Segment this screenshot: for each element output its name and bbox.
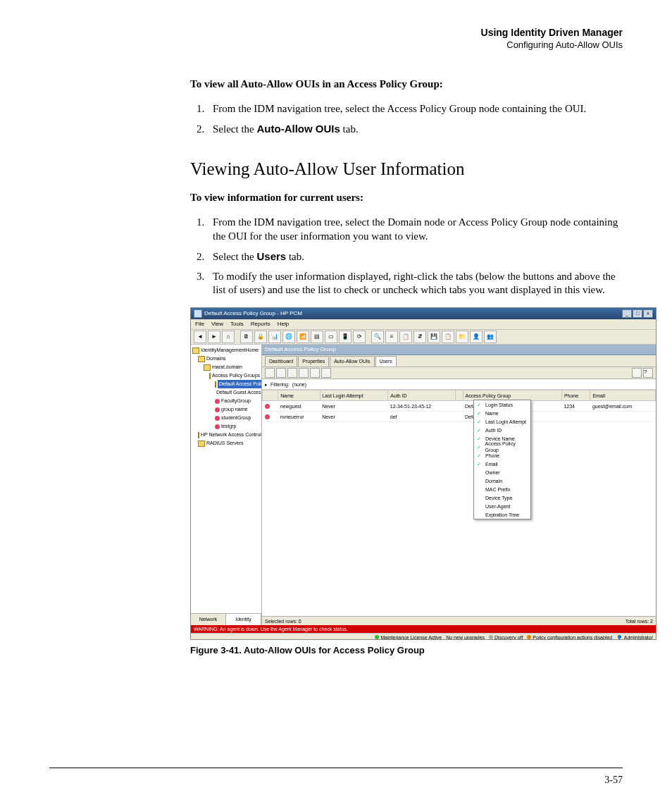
context-menu-item[interactable]: ✓Name — [474, 409, 530, 417]
navtab-network[interactable]: Network — [191, 614, 226, 625]
running-title: Using Identity Driven Manager — [481, 27, 623, 39]
section2-step-2: Select the Users tab. — [207, 250, 623, 264]
section2-heading: Viewing Auto-Allow User Information — [190, 157, 623, 180]
tree-node[interactable]: Default Guest Access Po — [192, 388, 260, 397]
context-menu-item[interactable]: Owner — [474, 468, 530, 476]
tree-node[interactable]: group name — [192, 405, 260, 414]
context-menu-item[interactable]: ✓Access Policy Group — [474, 443, 530, 451]
subtoolbar — [265, 368, 331, 378]
sub-btn-4[interactable] — [299, 368, 309, 378]
figure-caption: Figure 3-41. Auto-Allow OUIs for Access … — [190, 644, 623, 656]
back-button[interactable]: ◄ — [194, 331, 206, 343]
filter-value: (none) — [292, 381, 306, 388]
column-context-menu[interactable]: ✓Login Status✓Name✓Last Login Attempt✓Au… — [473, 400, 531, 519]
menubar: File View Tools Reports Help — [191, 319, 656, 330]
users-grid[interactable]: NameLast Login AttemptAuth IDAccess Poli… — [262, 390, 656, 422]
warning-bar: WARNING: An agent is down. Use the Agent… — [191, 625, 656, 633]
menu-file[interactable]: File — [195, 321, 204, 328]
main-tabs: Dashboard Properties Auto-Allow OUIs Use… — [262, 355, 656, 367]
context-menu-item[interactable]: ✓Login Status — [474, 400, 530, 409]
context-menu-item[interactable]: Expiration Time — [474, 510, 530, 519]
save-icon[interactable]: 💾 — [428, 331, 440, 343]
context-menu-item[interactable]: ✓Last Login Attempt — [474, 417, 530, 426]
column-header[interactable]: Auth ID — [388, 390, 456, 401]
section1-step-2: Select the Auto-Allow OUIs tab. — [207, 122, 623, 137]
section1-step-1: From the IDM navigation tree, select the… — [207, 102, 623, 116]
home-button[interactable]: ⌂ — [222, 331, 235, 343]
column-header[interactable] — [263, 390, 278, 401]
tab-users[interactable]: Users — [375, 356, 397, 366]
tree-node[interactable]: marat.domain — [192, 363, 260, 371]
page-icon[interactable]: ▤ — [311, 331, 323, 343]
lock-icon[interactable]: 🔒 — [254, 331, 267, 343]
minimize-button[interactable]: _ — [622, 309, 632, 318]
tree-node[interactable]: testgrp — [192, 422, 260, 431]
context-menu-item[interactable]: ✓Email — [474, 460, 530, 468]
section2-step-1: From the IDM navigation tree, select the… — [207, 216, 623, 244]
app-icon — [194, 309, 202, 318]
status-bar: Maintenance License Active No new upgrad… — [191, 633, 656, 640]
tree-node[interactable]: studentGroup — [192, 414, 260, 422]
menu-reports[interactable]: Reports — [251, 321, 270, 328]
navtab-identity[interactable]: Identity — [226, 614, 261, 625]
folder-icon[interactable]: 📁 — [456, 331, 468, 343]
context-menu-item[interactable]: ✓Auth ID — [474, 426, 530, 434]
tree-node[interactable]: RADIUS Servers — [192, 439, 260, 448]
mobile-icon[interactable]: 📱 — [339, 331, 351, 343]
filter-row[interactable]: ▸ Filtering: (none) — [262, 379, 656, 390]
window-titlebar[interactable]: Default Access Policy Group - HP PCM _ □… — [191, 308, 656, 319]
tree-node[interactable]: FacultyGroup — [192, 397, 260, 405]
menu-tools[interactable]: Tools — [230, 321, 244, 328]
context-menu-item[interactable]: Domain — [474, 476, 530, 485]
sub-btn-5[interactable] — [310, 368, 320, 378]
tree-node[interactable]: Access Policy Groups — [192, 371, 260, 380]
tree-node[interactable]: HP Network Access Control — [192, 431, 260, 439]
maximize-button[interactable]: □ — [633, 309, 642, 318]
section2-steps: From the IDM navigation tree, select the… — [190, 216, 623, 297]
sub-btn-1[interactable] — [265, 368, 275, 378]
context-menu-item[interactable]: MAC Prefix — [474, 485, 530, 493]
table-row[interactable]: newguestNever12-34-51-23-45-12Default Ac… — [263, 401, 656, 412]
column-header[interactable]: Name — [278, 390, 320, 401]
chart-icon[interactable]: 📊 — [268, 331, 281, 343]
menu-view[interactable]: View — [211, 321, 223, 328]
filter-label: Filtering: — [270, 381, 290, 388]
column-header[interactable]: Email — [590, 390, 656, 401]
globe-icon[interactable]: 🌐 — [282, 331, 295, 343]
help-icon[interactable]: ? — [643, 368, 653, 378]
users-icon[interactable]: 👥 — [484, 331, 497, 343]
sub-btn-6[interactable] — [321, 368, 331, 378]
clip-icon[interactable]: 📋 — [399, 331, 412, 343]
device-icon[interactable]: ▭ — [325, 331, 337, 343]
running-subtitle: Configuring Auto-Allow OUIs — [481, 39, 623, 51]
tree-node[interactable]: Default Access Policy — [192, 380, 260, 388]
wifi-icon[interactable]: 📶 — [297, 331, 309, 343]
column-header[interactable]: Phone — [561, 390, 590, 401]
tree-node[interactable]: IdentityManagementHome — [192, 346, 260, 355]
column-header[interactable] — [456, 390, 463, 401]
context-menu-item[interactable]: Device Type — [474, 493, 530, 502]
export-icon[interactable] — [632, 368, 642, 378]
table-row[interactable]: nvneuerrorNeverdefDefault Access Policy … — [263, 412, 656, 422]
tab-properties[interactable]: Properties — [298, 356, 329, 366]
forward-button[interactable]: ► — [208, 331, 220, 343]
arrows-icon[interactable]: ⇵ — [413, 331, 426, 343]
db-icon[interactable]: ≡ — [385, 331, 398, 343]
nav-tree[interactable]: IdentityManagementHomeDomainsmarat.domai… — [191, 345, 261, 613]
page-number: 3-57 — [604, 775, 623, 786]
search-icon[interactable]: 🔍 — [371, 331, 384, 343]
column-header[interactable]: Last Login Attempt — [320, 390, 388, 401]
sub-btn-2[interactable] — [276, 368, 286, 378]
note-icon[interactable]: 🗎 — [240, 331, 253, 343]
tab-dashboard[interactable]: Dashboard — [265, 356, 297, 366]
close-button[interactable]: × — [643, 309, 653, 318]
tab-auto-allow-ouis[interactable]: Auto-Allow OUIs — [330, 356, 374, 366]
sub-btn-3[interactable] — [287, 368, 297, 378]
section2-lead: To view information for current users: — [190, 191, 623, 205]
tree-node[interactable]: Domains — [192, 355, 260, 363]
user-icon[interactable]: 👤 — [470, 331, 483, 343]
context-menu-item[interactable]: User-Agent — [474, 502, 530, 510]
menu-help[interactable]: Help — [278, 321, 289, 328]
paste-icon[interactable]: 📋 — [442, 331, 454, 343]
refresh-icon[interactable]: ⟳ — [353, 331, 366, 343]
